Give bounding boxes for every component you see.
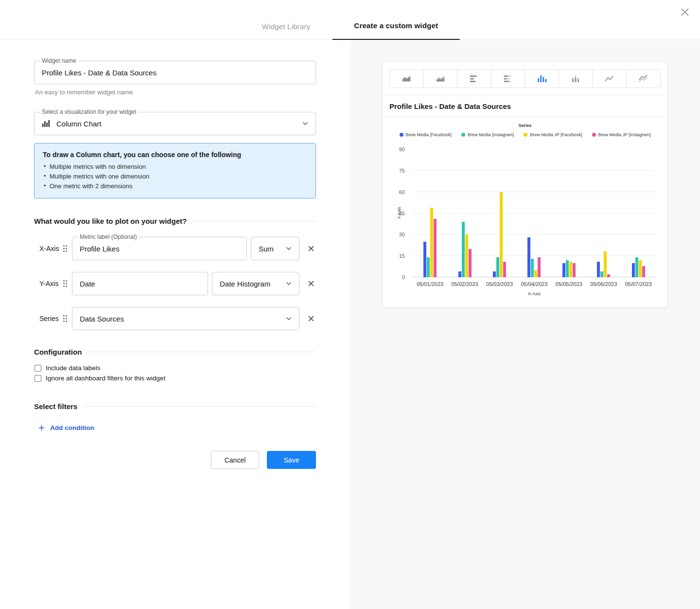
include-data-labels-checkbox-row[interactable]: Include data labels <box>34 364 316 372</box>
chevron-down-icon <box>302 122 308 125</box>
add-condition-button[interactable]: Add condition <box>34 424 316 431</box>
bar-chart-icon[interactable] <box>457 70 491 88</box>
bar <box>562 263 565 277</box>
bar <box>597 262 600 277</box>
x-axis-aggregation-select[interactable]: Sum <box>251 237 299 260</box>
bar <box>632 263 635 277</box>
preview-title: Profile Likes - Date & Data Sources <box>383 95 667 117</box>
checkbox-label: Ignore all dashboard filters for this wi… <box>46 375 165 382</box>
bar <box>604 251 607 277</box>
remove-y-axis-icon[interactable] <box>307 280 315 287</box>
series-label: Series <box>39 315 63 322</box>
y-axis-input[interactable] <box>72 272 208 295</box>
chevron-down-icon <box>286 247 292 251</box>
legend-title: Series <box>383 123 667 128</box>
bar-group <box>621 149 656 277</box>
multi-line-chart-icon[interactable] <box>627 70 661 88</box>
x-tick-label: 05/07/2023 <box>621 281 656 287</box>
bar <box>573 263 576 277</box>
column-chart-icon <box>42 119 51 128</box>
info-box-options: Multiple metrics with no dimension Multi… <box>43 163 307 190</box>
y-tick-label: 60 <box>399 189 405 195</box>
info-option: Multiple metrics with no dimension <box>43 163 307 170</box>
chevron-down-icon <box>286 282 292 286</box>
remove-x-axis-icon[interactable] <box>307 245 315 252</box>
bar <box>639 260 642 277</box>
bar <box>538 257 541 277</box>
bar <box>462 222 465 277</box>
series-row: Series Data Sources <box>34 307 316 330</box>
bar-group <box>586 149 621 277</box>
y-axis-aggregation-select[interactable]: Date Histogram <box>212 272 299 295</box>
x-tick-label: 05/06/2023 <box>586 281 621 287</box>
bar <box>566 260 569 277</box>
x-axis-label: X-Axis <box>39 245 63 252</box>
configuration-title: Configuration <box>34 348 82 356</box>
preview-panel: Profile Likes - Date & Data Sources Seri… <box>350 40 700 609</box>
drag-handle-icon[interactable] <box>63 315 69 322</box>
checkbox[interactable] <box>35 365 41 372</box>
tab-widget-library[interactable]: Widget Library <box>240 0 332 40</box>
tab-create-custom-widget[interactable]: Create a custom widget <box>332 0 460 40</box>
legend-item: Brew Media JP [Facebook] <box>524 132 582 137</box>
stacked-bar-chart-icon[interactable] <box>491 70 525 88</box>
legend-item: Brew Media [Facebook] <box>400 132 452 137</box>
configuration-header: Configuration <box>34 348 316 356</box>
y-axis-field <box>72 272 208 295</box>
bar <box>531 259 534 277</box>
widget-name-helper: An easy to remember widget name <box>35 89 316 96</box>
bar <box>569 262 572 277</box>
stacked-area-chart-icon[interactable] <box>424 70 458 88</box>
plus-icon <box>38 425 45 431</box>
select-filters-title: Select filters <box>34 402 77 411</box>
cancel-button[interactable]: Cancel <box>211 451 259 469</box>
widget-name-input[interactable] <box>34 61 316 84</box>
ignore-dashboard-filters-checkbox-row[interactable]: Ignore all dashboard filters for this wi… <box>34 375 316 382</box>
legend-dot <box>461 133 465 137</box>
y-tick-label: 0 <box>402 274 405 280</box>
stacked-column-chart-icon[interactable] <box>559 70 593 88</box>
save-button[interactable]: Save <box>267 451 316 469</box>
plot-section-header: What would you like to plot on your widg… <box>34 217 316 225</box>
line-chart-icon[interactable] <box>593 70 627 88</box>
bar-groups <box>413 149 656 277</box>
area-chart-icon[interactable] <box>390 70 424 88</box>
widget-preview-card: Profile Likes - Date & Data Sources Seri… <box>382 61 668 308</box>
bar <box>527 237 530 277</box>
remove-series-icon[interactable] <box>307 315 315 322</box>
x-axis-aggregation-value: Sum <box>259 245 274 253</box>
visualization-select[interactable]: Column Chart <box>34 112 316 135</box>
y-tick-label: 15 <box>399 253 405 259</box>
drag-handle-icon[interactable] <box>63 280 69 287</box>
chart-type-toolbar-wrap <box>383 62 667 95</box>
series-select[interactable]: Data Sources <box>72 307 299 330</box>
bar <box>423 242 426 277</box>
bar-group <box>413 149 447 277</box>
bar <box>607 274 610 277</box>
y-axis-row: Y-Axis Date Histogram <box>34 272 316 295</box>
checkbox[interactable] <box>35 375 41 382</box>
bar <box>496 257 499 277</box>
column-chart-icon[interactable] <box>525 70 559 88</box>
x-tick-label: 05/05/2023 <box>552 281 586 287</box>
chart: Series Brew Media [Facebook]Brew Media [… <box>383 117 667 308</box>
bar <box>493 271 496 277</box>
y-axis-label: Y-Axis <box>39 280 63 287</box>
metric-label-label: Metric label (Optional) <box>78 233 139 240</box>
chart-info-box: To draw a Column chart, you can choose o… <box>34 143 316 198</box>
x-axis-ticks: 05/01/202305/02/202305/03/202305/04/2023… <box>413 281 656 287</box>
divider <box>193 221 316 221</box>
legend-dot <box>592 133 596 137</box>
drag-handle-icon[interactable] <box>63 245 69 252</box>
bar <box>458 271 461 277</box>
select-filters-header: Select filters <box>34 402 316 411</box>
legend-dot <box>400 133 403 137</box>
close-icon[interactable] <box>678 5 692 19</box>
metric-label-input[interactable] <box>72 237 247 260</box>
legend: Brew Media [Facebook]Brew Media [Instagr… <box>383 132 667 137</box>
legend-label: Brew Media [Facebook] <box>406 132 452 137</box>
x-axis-row: X-Axis Metric label (Optional) Sum <box>34 237 316 260</box>
x-axis-title: X-Axis <box>413 291 656 296</box>
bar <box>465 234 468 277</box>
visualization-field: Select a visualization for your widget C… <box>34 112 316 135</box>
